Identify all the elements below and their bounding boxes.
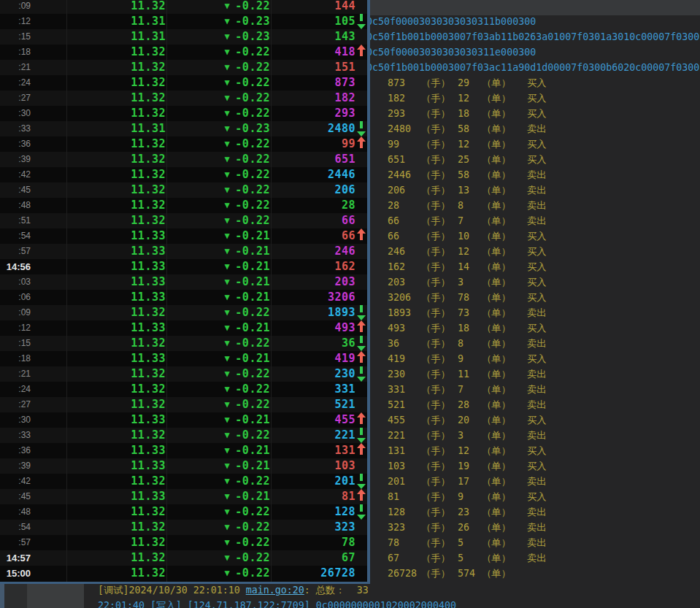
trade-direction: 卖出 [527,336,547,351]
trade-volume: 3206 [388,290,411,305]
down-triangle-icon: ▼ [225,412,231,428]
tick-row[interactable]: :0611.33▼-0.213206 [0,290,367,305]
trade-direction: 卖出 [527,305,547,320]
tick-row[interactable]: :5711.32▼-0.2278 [0,535,367,550]
tick-volume: 221 [271,428,355,443]
tick-row[interactable]: :2111.32▼-0.22230 [0,366,367,382]
down-triangle-icon: ▼ [225,106,231,121]
tick-row[interactable]: :3311.31▼-0.232480 [0,121,367,136]
unit-hand-label: （手） [421,520,450,535]
tick-row[interactable]: :4811.32▼-0.2228 [0,198,367,213]
tick-row[interactable]: :5411.32▼-0.22323 [0,520,367,535]
trade-count: 10 [458,228,469,244]
tick-price: 11.31 [44,14,166,29]
unit-dan-label: （单） [482,382,511,397]
tick-row[interactable]: :4511.33▼-0.2181 [0,489,367,504]
trade-count: 9 [458,489,464,504]
tick-row[interactable]: :3611.33▼-0.21131 [0,443,367,458]
tick-volume: 128 [271,504,355,520]
tick-row[interactable]: :2711.32▼-0.22182 [0,91,367,106]
tick-row[interactable]: :1211.31▼-0.23105 [0,14,367,29]
tick-row[interactable]: :3311.32▼-0.22221 [0,428,367,443]
tick-price: 11.31 [44,121,166,136]
tick-time: :39 [0,152,31,167]
tick-change: ▼-0.22 [175,566,270,581]
unit-hand-label: （手） [421,91,450,106]
trade-volume: 103 [388,458,405,474]
unit-dan-label: （单） [482,198,511,213]
tick-row[interactable]: :3611.32▼-0.2299 [0,136,367,152]
unit-dan-label: （单） [482,566,511,581]
trade-volume: 162 [388,259,405,274]
source-link[interactable]: main.go:20 [246,585,304,596]
tick-change: ▼-0.23 [175,29,270,45]
down-triangle-icon: ▼ [225,60,231,75]
tick-row[interactable]: :4211.32▼-0.22201 [0,474,367,489]
tick-time: :33 [0,428,31,443]
tick-time: 14:56 [0,259,31,274]
tick-row[interactable]: :4211.32▼-0.222446 [0,167,367,182]
tick-row[interactable]: :5711.33▼-0.21246 [0,244,367,259]
down-triangle-icon: ▼ [225,320,231,336]
horizontal-scrollbar-segment[interactable] [27,583,84,608]
trade-count: 58 [458,121,469,136]
tick-row[interactable]: :0311.33▼-0.21203 [0,274,367,290]
tick-row[interactable]: :4511.32▼-0.22206 [0,182,367,198]
tick-row[interactable]: :3011.32▼-0.22293 [0,106,367,121]
tick-volume: 873 [271,75,355,91]
tick-row[interactable]: :2411.32▼-0.22873 [0,75,367,91]
write-log-line: 22:01:40 [写入] [124.71.187.122:7709] 0c00… [98,598,456,608]
unit-hand-label: （手） [421,213,450,228]
tick-row[interactable]: :5411.33▼-0.2166 [0,228,367,244]
tick-row[interactable]: :2111.32▼-0.22151 [0,60,367,75]
tick-price: 11.32 [44,504,166,520]
tick-row[interactable]: :0911.32▼-0.221893 [0,305,367,320]
tick-change: ▼-0.22 [175,45,270,60]
tick-row[interactable]: :1211.33▼-0.21493 [0,320,367,336]
tick-volume: 66 [271,228,355,244]
down-triangle-icon: ▼ [225,504,231,520]
tick-change: ▼-0.22 [175,305,270,320]
tick-change: ▼-0.21 [175,412,270,428]
trade-count: 5 [458,535,464,550]
tick-volume: 144 [271,0,355,14]
unit-hand-label: （手） [421,351,450,366]
trade-direction: 卖出 [527,366,547,382]
tick-volume: 99 [271,136,355,152]
tick-price: 11.33 [44,320,166,336]
tick-row[interactable]: :2411.32▼-0.22331 [0,382,367,397]
tick-row[interactable]: :3011.33▼-0.21455 [0,412,367,428]
trade-volume: 66 [388,228,399,244]
tick-row[interactable]: :1511.31▼-0.23143 [0,29,367,45]
tick-row[interactable]: :5111.32▼-0.2266 [0,213,367,228]
trade-count: 18 [458,106,469,121]
tick-volume: 66 [271,213,355,228]
tick-row[interactable]: :1511.32▼-0.2236 [0,336,367,351]
tick-row[interactable]: :3911.33▼-0.21103 [0,458,367,474]
tick-change: ▼-0.21 [175,320,270,336]
trade-direction: 买入 [527,320,547,336]
tick-row[interactable]: :1811.33▼-0.21419 [0,351,367,366]
tick-row[interactable]: 14:5611.33▼-0.21162 [0,259,367,274]
tick-row[interactable]: :2711.32▼-0.22521 [0,397,367,412]
tick-row[interactable]: :1811.32▼-0.22418 [0,45,367,60]
tick-row[interactable]: :0911.32▼-0.22144 [0,0,367,14]
trade-volume: 230 [388,366,405,382]
tick-row[interactable]: :3911.32▼-0.22651 [0,152,367,167]
down-triangle-icon: ▼ [225,0,231,14]
tick-time: :48 [0,198,31,213]
tick-row[interactable]: 14:5711.32▼-0.2267 [0,550,367,566]
trade-count: 25 [458,152,469,167]
tick-row[interactable]: 15:0011.32▼-0.2226728 [0,566,367,581]
tick-volume: 331 [271,382,355,397]
down-triangle-icon: ▼ [225,566,231,581]
unit-dan-label: （单） [482,244,511,259]
down-triangle-icon: ▼ [225,274,231,290]
tick-row[interactable]: :4811.32▼-0.22128 [0,504,367,520]
trend-arrow-up-icon [357,412,366,428]
unit-hand-label: （手） [421,305,450,320]
tick-price: 11.32 [44,136,166,152]
down-triangle-icon: ▼ [225,366,231,382]
unit-dan-label: （单） [482,91,511,106]
trade-direction: 买入 [527,351,547,366]
